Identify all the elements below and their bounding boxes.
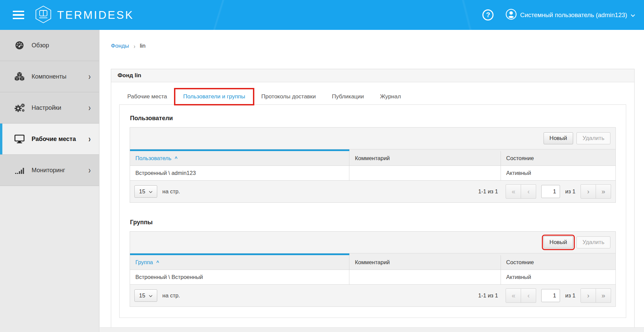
desktop-icon <box>14 135 25 143</box>
groups-section: Группы Новый Удалить Группа^ <box>130 219 616 307</box>
users-section: Пользователи Новый Удалить Поль <box>130 115 616 203</box>
users-delete-button[interactable]: Удалить <box>576 132 610 144</box>
brand-name: TERMIDESK <box>57 9 134 21</box>
groups-table-row[interactable]: Встроенный \ Встроенный Активный <box>130 270 615 285</box>
groups-new-button[interactable]: Новый <box>544 236 573 248</box>
last-page-button[interactable]: » <box>596 184 611 199</box>
chevron-down-icon <box>149 292 153 299</box>
sidebar-item-components[interactable]: Компоненты › <box>0 61 99 92</box>
groups-table: Группа^ Комментарий Состояние Встроенный… <box>130 253 615 285</box>
user-comment-cell <box>349 166 501 181</box>
total-pages-label: из 1 <box>565 188 575 195</box>
panel-title: Фонд lin <box>111 69 634 82</box>
gears-icon <box>14 103 25 113</box>
sidebar-item-workplaces[interactable]: Рабочие места › <box>0 124 99 155</box>
users-page-size-select[interactable]: 15 <box>134 185 157 198</box>
chevron-right-icon: › <box>88 103 91 112</box>
user-name-cell: Встроенный \ admin123 <box>130 166 349 181</box>
users-new-button[interactable]: Новый <box>544 132 573 144</box>
groups-column-state[interactable]: Состояние <box>501 254 615 270</box>
termidesk-logo-icon <box>35 5 52 25</box>
groups-column-group[interactable]: Группа^ <box>130 254 349 270</box>
per-page-label: на стр. <box>162 188 180 195</box>
next-page-button[interactable]: › <box>581 288 596 303</box>
first-page-button[interactable]: « <box>506 184 521 199</box>
dashboard-icon <box>14 41 25 50</box>
groups-pager: 1-1 из 1 « ‹ из 1 › » <box>478 288 611 303</box>
prev-page-button[interactable]: ‹ <box>521 288 536 303</box>
group-comment-cell <box>349 270 501 285</box>
per-page-label: на стр. <box>162 292 180 299</box>
help-icon[interactable]: ? <box>482 9 493 20</box>
chevron-down-icon <box>631 11 635 19</box>
sidebar-item-settings[interactable]: Настройки › <box>0 92 99 124</box>
menu-icon[interactable] <box>13 11 24 19</box>
group-name-cell: Встроенный \ Встроенный <box>130 270 349 285</box>
panel-body: Рабочие места Пользователи и группы Прот… <box>111 82 634 328</box>
chart-bars-icon <box>14 167 25 174</box>
sidebar-item-label: Компоненты <box>32 73 67 80</box>
users-section-title: Пользователи <box>130 115 616 122</box>
total-pages-label: из 1 <box>565 292 575 299</box>
users-column-comment[interactable]: Комментарий <box>349 150 501 166</box>
groups-pagination: 15 на стр. 1-1 из 1 « <box>130 285 615 306</box>
tab-workplaces[interactable]: Рабочие места <box>119 89 175 104</box>
brand: TERMIDESK <box>35 5 134 25</box>
prev-page-button[interactable]: ‹ <box>521 184 536 199</box>
sidebar-item-label: Обзор <box>32 42 49 49</box>
sidebar-filler <box>0 186 99 332</box>
user-avatar-icon <box>506 9 517 21</box>
users-table-row[interactable]: Встроенный \ admin123 Активный <box>130 166 615 181</box>
tab-publications[interactable]: Публикации <box>324 89 372 104</box>
users-column-state[interactable]: Состояние <box>501 150 615 166</box>
fund-tabs: Рабочие места Пользователи и группы Прот… <box>119 89 626 104</box>
tab-delivery-protocols[interactable]: Протоколы доставки <box>253 89 324 104</box>
page-number-input[interactable] <box>541 185 560 198</box>
groups-column-comment[interactable]: Комментарий <box>349 254 501 270</box>
range-label: 1-1 из 1 <box>478 188 498 195</box>
sort-asc-icon: ^ <box>175 156 177 161</box>
range-label: 1-1 из 1 <box>478 292 498 299</box>
sidebar-item-label: Рабочие места <box>32 136 76 143</box>
page-number-input[interactable] <box>541 289 560 302</box>
chevron-down-icon <box>149 188 153 195</box>
tab-users-groups[interactable]: Пользователи и группы <box>175 89 253 104</box>
chevron-right-icon: › <box>88 72 91 81</box>
breadcrumb-current: lin <box>140 43 145 49</box>
group-state-cell: Активный <box>501 270 615 285</box>
groups-table-card: Новый Удалить Группа^ Комментарий <box>130 231 616 307</box>
first-page-button[interactable]: « <box>506 288 521 303</box>
users-table: Пользователь^ Комментарий Состояние Встр… <box>130 149 615 181</box>
groups-toolbar: Новый Удалить <box>130 232 615 253</box>
users-pagination: 15 на стр. 1-1 из 1 « <box>130 181 615 202</box>
termidesk-app: TERMIDESK ? Системный пользователь (admi… <box>0 0 644 332</box>
cubes-icon <box>14 72 25 81</box>
fund-panel: Фонд lin Рабочие места Пользователи и гр… <box>111 69 635 328</box>
tab-content: Пользователи Новый Удалить Поль <box>119 104 626 318</box>
breadcrumb-separator-icon: › <box>134 43 135 49</box>
users-pager: 1-1 из 1 « ‹ из 1 › » <box>478 184 611 199</box>
main-content: Фонды › lin Фонд lin Рабочие места Польз… <box>100 30 644 332</box>
groups-section-title: Группы <box>130 219 616 226</box>
page-bottom-strip <box>100 327 644 332</box>
sidebar-item-monitoring[interactable]: Мониторинг › <box>0 155 99 186</box>
sort-asc-icon: ^ <box>156 260 159 265</box>
last-page-button[interactable]: » <box>596 288 611 303</box>
user-label: Системный пользователь (admin123) <box>520 11 627 19</box>
topbar: TERMIDESK ? Системный пользователь (admi… <box>0 0 644 30</box>
chevron-right-icon: › <box>88 135 91 144</box>
groups-page-size-select[interactable]: 15 <box>134 289 157 302</box>
user-menu[interactable]: Системный пользователь (admin123) <box>506 9 635 21</box>
topbar-right: ? Системный пользователь (admin123) <box>482 9 635 21</box>
groups-delete-button[interactable]: Удалить <box>576 236 610 248</box>
chevron-right-icon: › <box>88 166 91 175</box>
users-toolbar: Новый Удалить <box>130 128 615 149</box>
next-page-button[interactable]: › <box>581 184 596 199</box>
users-table-card: Новый Удалить Пользователь^ Коммен <box>130 127 616 203</box>
breadcrumb-link-funds[interactable]: Фонды <box>111 43 129 49</box>
tab-journal[interactable]: Журнал <box>372 89 409 104</box>
sidebar-item-overview[interactable]: Обзор <box>0 30 99 61</box>
user-state-cell: Активный <box>501 166 615 181</box>
users-column-user[interactable]: Пользователь^ <box>130 150 349 166</box>
sidebar-item-label: Мониторинг <box>32 167 65 174</box>
